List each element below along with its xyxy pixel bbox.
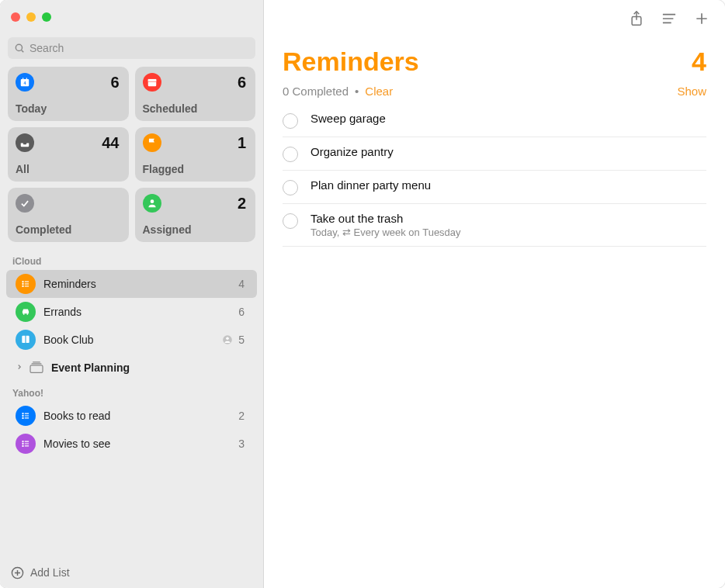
svg-rect-7	[147, 79, 156, 81]
search-input[interactable]	[29, 42, 249, 54]
list-name: Errands	[43, 306, 238, 318]
list-row-books[interactable]: Books to read 2	[6, 402, 257, 430]
window-minimize-button[interactable]	[26, 12, 36, 22]
task-title: Plan dinner party menu	[310, 178, 706, 192]
task-complete-toggle[interactable]	[283, 213, 298, 229]
svg-point-10	[23, 282, 23, 282]
flag-icon	[143, 133, 161, 152]
svg-point-17	[26, 313, 28, 315]
smart-list-label: All	[16, 163, 120, 175]
svg-rect-4	[26, 78, 27, 80]
smart-list-scheduled[interactable]: 6 Scheduled	[135, 67, 256, 121]
show-completed-button[interactable]: Show	[677, 85, 706, 98]
smart-list-label: Scheduled	[143, 102, 247, 115]
smart-list-completed[interactable]: Completed	[8, 188, 129, 242]
task-title: Take out the trash	[310, 212, 706, 225]
account-header-icloud: iCloud	[0, 250, 263, 270]
svg-rect-8	[147, 81, 156, 82]
task-row[interactable]: Plan dinner party menu	[283, 171, 706, 204]
view-options-button[interactable]	[660, 9, 678, 28]
svg-point-33	[23, 445, 23, 446]
svg-rect-3	[23, 78, 23, 80]
plus-circle-icon	[11, 566, 24, 579]
sidebar: 4 6 Today 6 Scheduled	[0, 0, 264, 588]
smart-list-assigned[interactable]: 2 Assigned	[135, 188, 256, 242]
calendar-today-icon: 4	[16, 73, 34, 92]
task-complete-toggle[interactable]	[283, 113, 298, 129]
task-subtitle: Today, ⇄ Every week on Tuesday	[310, 227, 706, 238]
smart-list-count: 44	[102, 134, 119, 152]
add-list-button[interactable]: Add List	[0, 557, 263, 588]
task-complete-toggle[interactable]	[283, 180, 298, 195]
share-icon	[629, 10, 644, 27]
task-row[interactable]: Organize pantry	[283, 137, 706, 171]
smart-list-count: 2	[238, 195, 246, 213]
list-row-errands[interactable]: Errands 6	[6, 298, 257, 326]
list-name: Reminders	[43, 278, 238, 290]
list-count: 4	[238, 278, 245, 290]
task-title: Organize pantry	[310, 145, 706, 158]
share-button[interactable]	[627, 9, 646, 28]
main-content: Reminders 4 0 Completed • Clear Show Swe…	[264, 0, 725, 588]
checkmark-icon	[16, 194, 34, 213]
task-row[interactable]: Take out the trash Today, ⇄ Every week o…	[283, 204, 706, 247]
search-field[interactable]	[8, 37, 255, 59]
list-bullet-icon	[16, 274, 36, 294]
window-titlebar	[0, 0, 263, 34]
svg-point-31	[23, 443, 23, 444]
list-row-movies[interactable]: Movies to see 3	[6, 430, 257, 458]
task-row[interactable]: Sweep garage	[283, 104, 706, 137]
svg-point-16	[23, 313, 25, 315]
list-bullet-icon	[16, 406, 36, 426]
smart-list-label: Flagged	[143, 163, 247, 175]
chevron-right-icon	[16, 362, 23, 373]
smart-list-today[interactable]: 4 6 Today	[8, 67, 129, 121]
svg-point-0	[16, 44, 22, 50]
main-toolbar	[264, 0, 725, 37]
add-reminder-button[interactable]	[692, 9, 711, 28]
list-total-count: 4	[692, 47, 706, 77]
sub-header: 0 Completed • Clear Show	[264, 81, 725, 104]
svg-point-27	[23, 417, 23, 418]
svg-point-14	[23, 285, 23, 286]
svg-rect-20	[30, 365, 43, 373]
svg-point-29	[23, 441, 23, 442]
main-header: Reminders 4	[264, 37, 725, 81]
book-icon	[16, 330, 36, 350]
clear-button[interactable]: Clear	[365, 85, 393, 98]
person-icon	[143, 194, 161, 213]
svg-point-25	[23, 415, 23, 416]
svg-point-12	[23, 283, 23, 284]
list-title: Reminders	[283, 47, 419, 77]
list-name: Book Club	[43, 334, 221, 346]
task-complete-toggle[interactable]	[283, 147, 298, 162]
completed-count-label: 0 Completed	[283, 85, 349, 98]
list-count: 5	[238, 334, 245, 346]
plus-icon	[694, 11, 709, 26]
window-close-button[interactable]	[11, 12, 20, 22]
list-row-reminders[interactable]: Reminders 4	[6, 270, 257, 298]
add-list-label: Add List	[30, 566, 70, 579]
list-lines-icon	[661, 12, 678, 26]
window-zoom-button[interactable]	[42, 12, 51, 22]
list-row-bookclub[interactable]: Book Club 5	[6, 326, 257, 354]
separator-dot: •	[355, 85, 359, 98]
smart-list-label: Completed	[16, 223, 120, 236]
folder-stack-icon	[28, 361, 45, 375]
smart-list-count: 1	[238, 134, 246, 152]
search-container	[0, 34, 263, 67]
calendar-icon	[143, 73, 161, 92]
smart-list-flagged[interactable]: 1 Flagged	[135, 127, 256, 182]
svg-point-23	[23, 413, 23, 414]
list-name: Movies to see	[43, 438, 238, 450]
search-icon	[14, 43, 25, 54]
svg-point-9	[150, 199, 154, 203]
smart-list-all[interactable]: 44 All	[8, 127, 129, 182]
list-count: 2	[238, 410, 245, 422]
group-row-event-planning[interactable]: Event Planning	[6, 354, 257, 382]
smart-list-count: 6	[238, 74, 246, 92]
svg-point-19	[226, 337, 229, 341]
task-list: Sweep garage Organize pantry Plan dinner…	[264, 104, 725, 247]
car-icon	[16, 302, 36, 322]
list-count: 3	[238, 438, 245, 450]
